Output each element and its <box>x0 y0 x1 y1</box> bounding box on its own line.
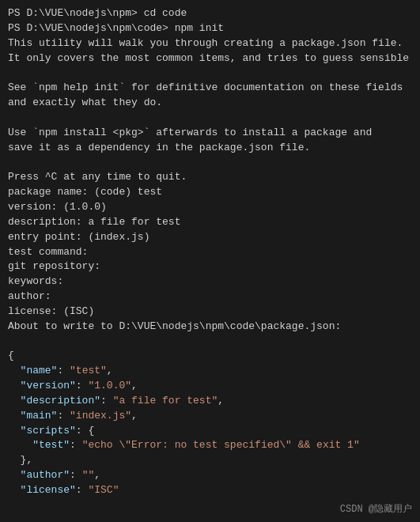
line-1: PS D:\VUE\nodejs\npm> cd code <box>8 6 412 21</box>
line-json-version: "version": "1.0.0", <box>8 379 412 394</box>
line-json-main: "main": "index.js", <box>8 409 412 424</box>
line-14: version: (1.0.0) <box>8 200 412 215</box>
terminal-window: PS D:\VUE\nodejs\npm> cd code PS D:\VUE\… <box>0 0 420 522</box>
line-11 <box>8 155 412 170</box>
line-20: author: <box>8 289 412 304</box>
line-23 <box>8 335 412 350</box>
line-6: See `npm help init` for definitive docum… <box>8 81 412 96</box>
line-9: Use `npm install <pkg>` afterwards to in… <box>8 126 412 141</box>
line-json-author: "author": "", <box>8 468 412 483</box>
line-21: license: (ISC) <box>8 304 412 320</box>
line-22: About to write to D:\VUE\nodejs\npm\code… <box>8 320 412 335</box>
line-json-scripts: "scripts": { <box>8 424 412 439</box>
line-json-desc: "description": "a file for test", <box>8 394 412 409</box>
terminal-output: PS D:\VUE\nodejs\npm> cd code PS D:\VUE\… <box>8 6 412 499</box>
line-15: description: a file for test <box>8 215 412 230</box>
line-19: keywords: <box>8 274 412 289</box>
line-json-license: "license": "ISC" <box>8 483 412 498</box>
line-json-open: { <box>8 349 412 364</box>
line-json-scripts-close: }, <box>8 453 412 468</box>
line-5 <box>8 66 412 81</box>
line-12: Press ^C at any time to quit. <box>8 170 412 185</box>
line-18: git repository: <box>8 259 412 274</box>
line-2: PS D:\VUE\nodejs\npm\code> npm init <box>8 21 412 36</box>
line-13: package name: (code) test <box>8 185 412 200</box>
watermark: CSDN @隐藏用户 <box>8 499 412 516</box>
line-4: It only covers the most common items, an… <box>8 51 412 66</box>
line-3: This utility will walk you through creat… <box>8 36 412 51</box>
line-8 <box>8 111 412 126</box>
line-10: save it as a dependency in the package.j… <box>8 141 412 156</box>
line-json-name: "name": "test", <box>8 364 412 379</box>
line-7: and exactly what they do. <box>8 96 412 111</box>
line-json-test: "test": "echo \"Error: no test specified… <box>8 438 412 453</box>
line-17: test command: <box>8 245 412 260</box>
line-16: entry point: (index.js) <box>8 230 412 245</box>
